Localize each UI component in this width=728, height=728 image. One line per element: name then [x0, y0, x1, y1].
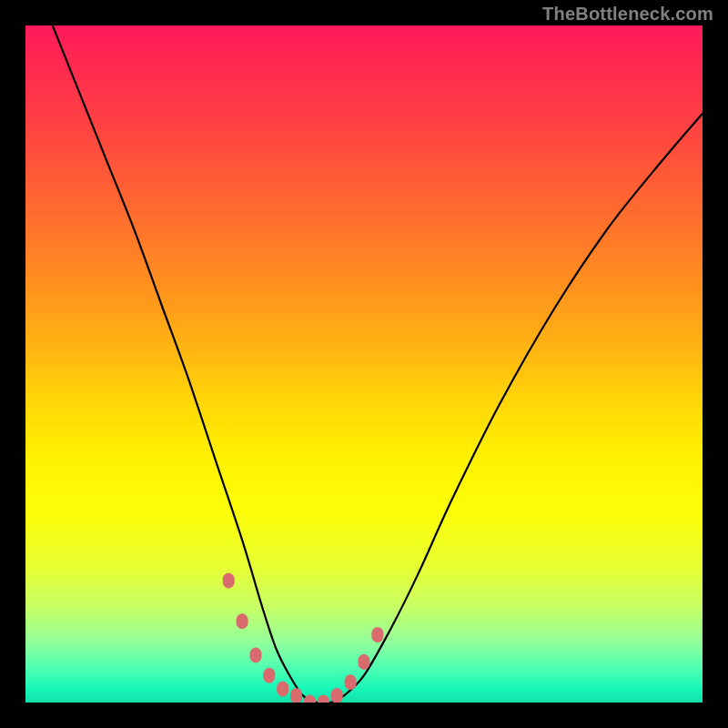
highlight-marker [237, 614, 248, 629]
highlight-marker [331, 689, 342, 703]
highlight-marker [305, 695, 316, 703]
bottleneck-curve [53, 25, 703, 703]
highlight-marker [318, 695, 329, 703]
curve-svg [25, 25, 703, 703]
highlight-marker [223, 573, 234, 588]
highlight-marker [372, 628, 383, 642]
chart-stage: TheBottleneck.com [0, 0, 728, 728]
highlight-marker [291, 689, 302, 703]
highlight-marker [264, 668, 275, 682]
watermark-text: TheBottleneck.com [542, 4, 713, 25]
highlight-marker [278, 682, 288, 696]
highlight-marker [250, 648, 261, 662]
highlight-marker [359, 654, 369, 669]
highlight-marker [345, 675, 356, 690]
plot-area [25, 25, 703, 703]
